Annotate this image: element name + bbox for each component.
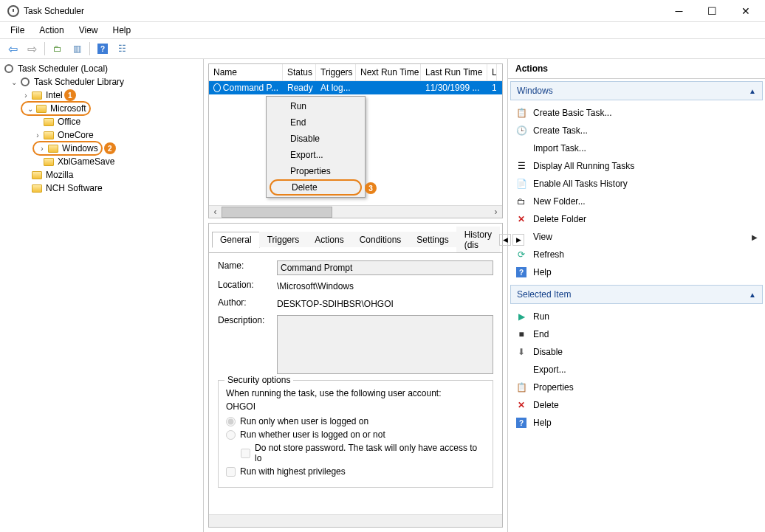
check-no-password[interactable] xyxy=(241,449,250,458)
show-hide-tree-button[interactable]: ▥ xyxy=(69,41,85,57)
tree-xblgamesave[interactable]: XblGameSave xyxy=(0,155,203,168)
actions-section-windows[interactable]: Windows ▲ xyxy=(510,81,763,100)
action-disable[interactable]: ⬇Disable xyxy=(512,343,761,361)
tree-mozilla[interactable]: Mozilla xyxy=(0,168,203,182)
action-export[interactable]: Export... xyxy=(512,361,761,379)
action-help-2[interactable]: ?Help xyxy=(512,414,761,432)
action-display-running[interactable]: ☰Display All Running Tasks xyxy=(512,157,761,175)
tree-windows-label: Windows xyxy=(62,143,98,153)
tree-root-label: Task Scheduler (Local) xyxy=(18,63,108,74)
radio-whether-logged-label: Run whether user is logged on or not xyxy=(240,429,385,440)
check-no-password-label: Do not store password. The task will onl… xyxy=(255,443,485,463)
col-last[interactable]: Last Run Time xyxy=(421,64,487,80)
expander-icon[interactable]: ⌄ xyxy=(25,105,35,113)
action-enable-history[interactable]: 📄Enable All Tasks History xyxy=(512,175,761,193)
delete-icon: ✕ xyxy=(515,213,527,225)
close-button[interactable]: ✕ xyxy=(729,1,762,21)
action-delete[interactable]: ✕Delete xyxy=(512,396,761,414)
action-refresh[interactable]: ⟳Refresh xyxy=(512,246,761,263)
action-new-folder[interactable]: 🗀New Folder... xyxy=(512,193,761,210)
action-help[interactable]: ?Help xyxy=(512,263,761,281)
name-label: Name: xyxy=(218,260,277,271)
table-row[interactable]: Command P... Ready At log... 11/30/1999 … xyxy=(209,81,502,94)
tree-pane[interactable]: Task Scheduler (Local) ⌄ Task Scheduler … xyxy=(0,59,204,532)
maximize-button[interactable]: ☐ xyxy=(696,1,729,21)
expander-icon[interactable]: ⌄ xyxy=(9,78,19,86)
col-result[interactable]: L xyxy=(487,64,497,80)
action-create-task[interactable]: 🕒Create Task... xyxy=(512,122,761,139)
expander-icon[interactable]: › xyxy=(21,91,31,100)
author-value: DESKTOP-SDIHBSR\OHGOI xyxy=(277,297,493,311)
horizontal-scrollbar[interactable]: ‹ › xyxy=(209,205,502,218)
expander-icon[interactable]: › xyxy=(32,131,43,139)
col-next[interactable]: Next Run Time xyxy=(356,64,421,80)
actions-section-selected[interactable]: Selected Item ▲ xyxy=(510,285,763,304)
action-create-basic-task[interactable]: 📋Create Basic Task... xyxy=(512,104,761,122)
menu-help[interactable]: Help xyxy=(107,24,137,37)
action-delete-folder[interactable]: ✕Delete Folder xyxy=(512,210,761,228)
menu-view[interactable]: View xyxy=(73,24,104,37)
security-user: OHGOI xyxy=(226,401,485,412)
col-status[interactable]: Status xyxy=(283,64,316,80)
tree-root[interactable]: Task Scheduler (Local) xyxy=(0,62,203,75)
tree-intel[interactable]: › Intel 1 xyxy=(0,89,203,102)
window-title: Task Scheduler xyxy=(24,6,662,16)
cell-result: 1 xyxy=(487,83,496,93)
help-icon: ? xyxy=(515,417,527,429)
action-run[interactable]: ▶Run xyxy=(512,308,761,325)
context-menu: Run End Disable Export... Properties Del… xyxy=(266,96,366,198)
tree-onecore[interactable]: › OneCore xyxy=(0,128,203,142)
action-end[interactable]: ■End xyxy=(512,325,761,343)
menu-action[interactable]: Action xyxy=(33,24,69,37)
tab-history[interactable]: History (dis xyxy=(456,227,500,252)
up-button[interactable]: 🗀 xyxy=(49,41,66,57)
radio-logged-on-label: Run only when user is logged on xyxy=(240,416,368,426)
tree-nch[interactable]: NCH Software xyxy=(0,182,203,195)
help-button[interactable]: ? xyxy=(95,41,111,57)
tree-office[interactable]: Office xyxy=(0,115,203,128)
tree-library[interactable]: ⌄ Task Scheduler Library xyxy=(0,75,203,89)
action-view[interactable]: View▶ xyxy=(512,228,761,246)
name-field[interactable] xyxy=(277,260,493,275)
folder-icon: 🗀 xyxy=(515,196,527,207)
refresh-icon: ⟳ xyxy=(515,249,527,260)
check-highest-priv-label: Run with highest privileges xyxy=(240,466,346,477)
forward-button[interactable]: ⇨ xyxy=(24,41,40,57)
back-button[interactable]: ⇦ xyxy=(4,41,21,57)
tree-mozilla-label: Mozilla xyxy=(46,170,73,180)
description-field[interactable] xyxy=(277,315,493,374)
minimize-button[interactable]: ─ xyxy=(662,1,696,21)
menu-file[interactable]: File xyxy=(4,24,30,37)
context-properties[interactable]: Properties xyxy=(268,163,363,179)
annotation-badge-3: 3 xyxy=(365,182,377,194)
context-export[interactable]: Export... xyxy=(268,147,363,163)
col-name[interactable]: Name xyxy=(209,64,283,80)
tree-windows[interactable]: › Windows 2 xyxy=(0,142,203,155)
tree-microsoft[interactable]: ⌄ Microsoft xyxy=(0,102,203,115)
properties-toolbar-button[interactable]: ☷ xyxy=(114,41,130,57)
action-properties[interactable]: 📋Properties xyxy=(512,379,761,396)
tab-conditions[interactable]: Conditions xyxy=(351,232,410,247)
check-highest-priv[interactable] xyxy=(226,467,236,477)
context-end[interactable]: End xyxy=(268,114,363,131)
detail-horizontal-scrollbar[interactable] xyxy=(209,514,502,527)
context-run[interactable]: Run xyxy=(268,98,363,114)
col-triggers[interactable]: Triggers xyxy=(316,64,356,80)
titlebar: Task Scheduler ─ ☐ ✕ xyxy=(0,0,765,22)
tree-xblgamesave-label: XblGameSave xyxy=(58,156,114,167)
tab-settings[interactable]: Settings xyxy=(408,232,456,247)
expander-icon[interactable]: › xyxy=(37,145,47,153)
tab-triggers[interactable]: Triggers xyxy=(259,232,308,247)
tab-general[interactable]: General xyxy=(212,232,260,248)
list-icon: ☰ xyxy=(515,160,527,172)
action-import-task[interactable]: Import Task... xyxy=(512,139,761,157)
actions-title: Actions xyxy=(508,59,765,79)
radio-logged-on[interactable] xyxy=(226,417,236,426)
wizard-icon: 📋 xyxy=(515,107,527,119)
cell-status: Ready xyxy=(283,83,316,93)
context-disable[interactable]: Disable xyxy=(268,131,363,147)
radio-whether-logged[interactable] xyxy=(226,430,236,440)
tab-actions[interactable]: Actions xyxy=(306,232,351,247)
menubar: File Action View Help xyxy=(0,22,765,38)
context-delete[interactable]: Delete 3 xyxy=(270,179,362,196)
